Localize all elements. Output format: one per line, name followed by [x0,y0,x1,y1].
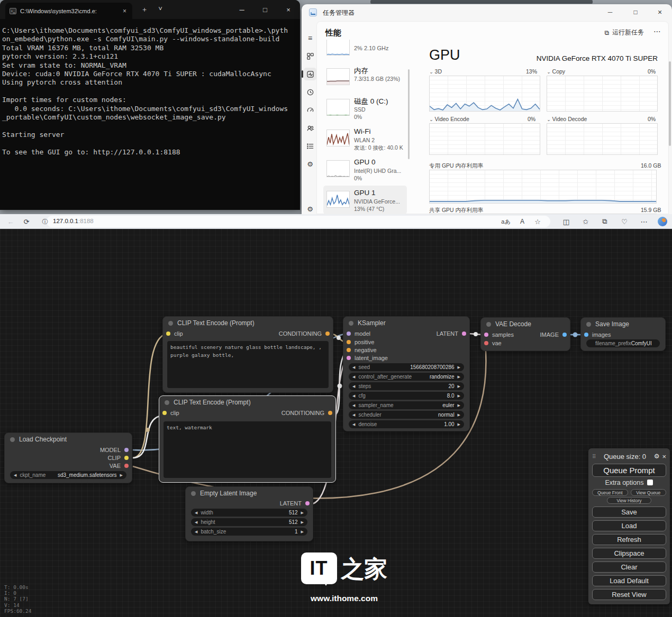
widget-seed[interactable]: ◀seed156680208700286▶ [349,363,464,371]
prev-arrow-icon[interactable]: ◀ [352,375,355,379]
node-title-bar[interactable]: CLIP Text Encode (Prompt) [159,396,335,409]
perf-item-gpu0[interactable]: GPU 0 Intel(R) UHD Gra... 0% [323,155,407,183]
collections-icon[interactable]: ✩ [579,214,592,229]
node-title-bar[interactable]: Save Image [581,318,665,330]
node-title-bar[interactable]: Empty Latent Image [186,487,313,500]
widget-denoise[interactable]: ◀denoise1.00▶ [349,420,464,428]
input-vae[interactable]: vae [481,339,570,347]
perf-item-cpu[interactable]: 2% 2.10 GHz [323,43,407,58]
input-negative[interactable]: negative [343,346,469,354]
clipspace-button[interactable]: Clipspace [592,548,666,559]
next-arrow-icon[interactable]: ▶ [458,403,460,408]
prompt-textarea[interactable]: beautiful scenery nature glass bottle la… [167,341,329,388]
model-port[interactable] [347,331,351,336]
output-image[interactable]: IMAGE [540,331,567,338]
maximize-icon[interactable]: □ [624,4,647,20]
site-info-icon[interactable]: ⓘ [39,214,51,229]
node-empty-latent-image[interactable]: Empty Latent Image LATENT ◀width512▶ ◀he… [185,486,313,541]
maximize-icon[interactable]: □ [253,0,277,19]
perf-item-memory[interactable]: 内存 7.3/31.8 GB (23%) [323,63,407,91]
input-samples[interactable]: samples [484,330,514,339]
conditioning-port[interactable] [325,331,330,336]
node-ksampler[interactable]: KSampler model LATENT positive negative … [343,316,470,431]
address-bar[interactable] [47,216,550,227]
input-model[interactable]: model [347,329,370,338]
next-arrow-icon[interactable]: ▶ [301,530,304,534]
node-title-bar[interactable]: VAE Decode [481,318,570,330]
next-arrow-icon[interactable]: ▶ [458,365,460,370]
minimize-icon[interactable]: ─ [230,0,253,19]
clip-port[interactable] [166,331,170,336]
vae-port[interactable] [124,464,129,468]
refresh-button[interactable]: Refresh [592,534,666,545]
prev-arrow-icon[interactable]: ◀ [195,520,197,524]
taskman-titlebar[interactable]: 任务管理器 ─ □ × [302,4,672,20]
prompt-textarea[interactable]: text, watermark [164,421,331,478]
more-options-icon[interactable]: ⋯ [653,27,661,35]
prev-arrow-icon[interactable]: ◀ [352,384,355,389]
prev-arrow-icon[interactable]: ◀ [14,473,16,477]
input-clip[interactable]: clip [162,409,179,417]
node-title-bar[interactable]: CLIP Text Encode (Prompt) [163,317,333,329]
prev-arrow-icon[interactable]: ◀ [352,403,355,408]
output-latent[interactable]: LATENT [437,330,466,337]
favorites-icon[interactable]: ☆ [531,214,544,229]
input-images[interactable]: images [581,330,665,339]
widget-sampler-name[interactable]: ◀sampler_nameeuler▶ [349,401,464,409]
node-vae-decode[interactable]: VAE Decode samples IMAGE vae [480,317,570,351]
minimize-icon[interactable]: ─ [599,4,621,20]
next-arrow-icon[interactable]: ▶ [458,394,460,398]
menu-icon[interactable]: ≡ [304,32,316,44]
view-queue-button[interactable]: View Queue [631,489,667,496]
cmd-titlebar[interactable]: ›_ C:\Windows\system32\cmd.e: × ＋ ˅ ─ □ … [0,0,300,19]
output-vae[interactable]: VAE [5,462,132,469]
widget-height[interactable]: ◀height512▶ [191,518,307,526]
widget-cfg[interactable]: ◀cfg8.0▶ [349,392,464,400]
more-menu-icon[interactable]: ⋯ [638,214,650,229]
output-clip[interactable]: CLIP [5,454,132,462]
list-scrollbar[interactable] [408,45,410,212]
input-positive[interactable]: positive [343,338,469,346]
image-port[interactable] [584,333,588,337]
drag-handle-icon[interactable]: ⠿ [592,454,596,459]
save-button[interactable]: Save [592,507,666,518]
prev-arrow-icon[interactable]: ◀ [352,394,355,398]
queue-prompt-button[interactable]: Queue Prompt [592,464,666,477]
conditioning-port[interactable] [347,348,351,352]
next-arrow-icon[interactable]: ▶ [301,511,304,515]
output-conditioning[interactable]: CONDITIONING [279,330,330,337]
widget-steps[interactable]: ◀steps20▶ [349,382,464,390]
run-new-task-button[interactable]: ⧉ 运行新任务 [604,28,644,37]
prev-arrow-icon[interactable]: ◀ [195,511,197,515]
queue-close-icon[interactable]: × [662,453,666,461]
next-arrow-icon[interactable]: ▶ [458,384,460,389]
conditioning-port[interactable] [328,411,332,415]
tab-close-icon[interactable]: × [121,7,128,15]
split-screen-icon[interactable]: ◫ [560,214,573,229]
widget-batch-size[interactable]: ◀batch_size1▶ [191,528,307,536]
output-conditioning[interactable]: CONDITIONING [281,410,332,416]
node-save-image[interactable]: Save Image images filename_prefixComfyUI [580,317,666,351]
copilot-icon[interactable] [658,217,667,226]
view-history-button[interactable]: View History [607,497,651,504]
processes-icon[interactable] [304,50,316,62]
node-title-bar[interactable]: Load Checkpoint [5,433,132,446]
queue-front-button[interactable]: Queue Front [592,489,628,496]
url-text[interactable]: 127.0.0.1:8188 [53,218,94,224]
performance-icon[interactable] [304,68,316,80]
comfyui-canvas[interactable]: Load Checkpoint MODEL CLIP VAE ◀ckpt_nam… [0,229,672,617]
tab-groups-icon[interactable]: ⧉ [598,214,611,229]
browser-essentials-icon[interactable]: ♡ [618,214,631,229]
startup-apps-icon[interactable] [304,104,316,116]
vae-port[interactable] [484,341,488,345]
back-icon[interactable]: ← [4,214,17,229]
prev-arrow-icon[interactable]: ◀ [352,422,355,427]
node-title-bar[interactable]: KSampler [343,317,469,329]
tab-dropdown-icon[interactable]: ˅ [155,5,166,13]
input-latent-image[interactable]: latent_image [343,354,469,362]
details-icon[interactable] [304,140,316,152]
latent-port[interactable] [305,501,310,505]
load-button[interactable]: Load [592,520,666,531]
window-scrollbar[interactable] [669,8,671,214]
new-tab-icon[interactable]: ＋ [139,5,150,14]
